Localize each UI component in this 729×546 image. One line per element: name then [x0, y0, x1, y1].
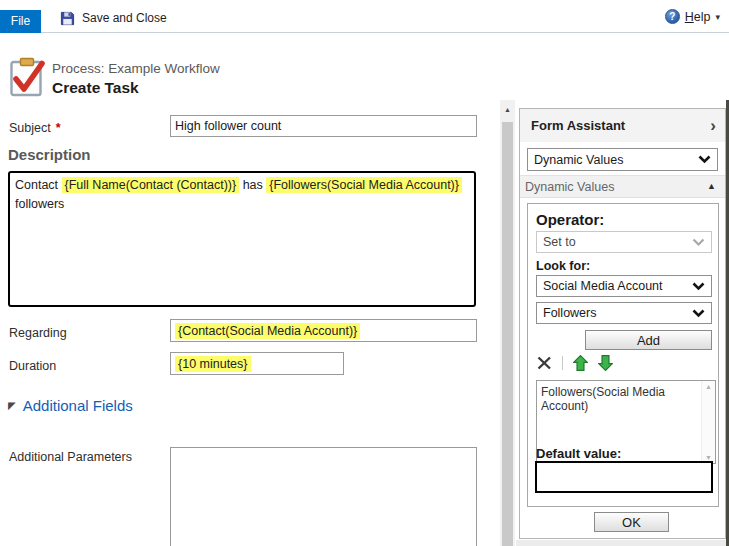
description-editor[interactable]: Contact {Full Name(Contact (Contact))} h… — [8, 171, 476, 307]
regarding-label: Regarding — [9, 326, 67, 340]
scroll-up-arrow-icon[interactable]: ▲ — [500, 102, 515, 118]
list-toolbar — [536, 354, 712, 372]
attribute-value: Followers — [543, 306, 597, 320]
move-down-arrow-icon[interactable] — [598, 355, 613, 371]
chevron-down-icon — [698, 155, 711, 164]
dynamic-values-group: Operator: Set to Look for: Social Media … — [527, 203, 719, 507]
required-marker: * — [56, 121, 61, 135]
ribbon-topbar: File Save and Close ? Help ▾ — [0, 0, 729, 33]
save-icon — [60, 11, 75, 26]
entity-value: Social Media Account — [543, 279, 663, 293]
help-icon: ? — [665, 9, 680, 24]
regarding-input[interactable]: {Contact(Social Media Account)} — [170, 319, 477, 342]
description-heading: Description — [8, 146, 91, 163]
dynamic-value-chip: {Full Name(Contact (Contact))} — [62, 177, 240, 193]
operator-select[interactable]: Set to — [536, 231, 712, 253]
scrollbar-thumb[interactable] — [502, 122, 513, 546]
panel-footer-strip — [516, 540, 726, 546]
operator-value: Set to — [543, 235, 576, 249]
subject-input[interactable] — [170, 115, 477, 137]
help-label: Help — [685, 10, 711, 24]
move-up-arrow-icon[interactable] — [573, 355, 588, 371]
additional-parameters-label: Additional Parameters — [9, 450, 132, 464]
additional-fields-label: Additional Fields — [23, 397, 133, 414]
description-text: Contact — [15, 178, 62, 192]
assistant-tool-value: Dynamic Values — [534, 153, 623, 167]
dynamic-value-chip: {Contact(Social Media Account)} — [175, 323, 360, 339]
dynamic-value-chip: {Followers(Social Media Account)} — [266, 177, 462, 193]
delete-x-icon[interactable] — [536, 356, 552, 370]
panel-collapse-chevron-icon[interactable]: › — [710, 116, 716, 136]
attribute-select[interactable]: Followers — [536, 302, 712, 324]
subject-label: Subject* — [9, 121, 61, 135]
process-label: Process: Example Workflow — [52, 61, 220, 76]
form-assistant-panel: Form Assistant › Dynamic Values Dynamic … — [519, 108, 726, 539]
toolbar-separator — [562, 356, 563, 370]
create-task-icon — [8, 57, 46, 98]
page-title: Create Task — [52, 79, 139, 97]
additional-fields-toggle[interactable]: ◤ Additional Fields — [8, 397, 133, 414]
additional-parameters-input[interactable] — [170, 447, 477, 546]
collapse-triangle-icon: ◤ — [8, 400, 16, 411]
form-assistant-header: Form Assistant › — [520, 109, 725, 142]
section-label: Dynamic Values — [525, 180, 614, 194]
look-for-label: Look for: — [536, 259, 590, 273]
description-text: has — [239, 178, 266, 192]
chevron-down-icon — [692, 238, 705, 247]
listbox-scroll-down-icon[interactable]: ▼ — [702, 454, 715, 461]
vertical-scrollbar[interactable]: ▲ — [500, 100, 515, 546]
entity-select[interactable]: Social Media Account — [536, 275, 712, 297]
listbox-scrollbar[interactable]: ▲ ▼ — [701, 381, 715, 463]
dynamic-values-section-header: Dynamic Values ▲ — [520, 175, 725, 198]
help-menu[interactable]: ? Help ▾ — [665, 9, 720, 24]
chevron-down-icon — [692, 282, 705, 291]
save-and-close-button[interactable]: Save and Close — [60, 9, 167, 27]
ok-button[interactable]: OK — [594, 512, 669, 532]
listbox-scroll-up-icon[interactable]: ▲ — [702, 383, 715, 390]
default-value-label: Default value: — [536, 446, 621, 461]
list-item[interactable]: Followers(Social Media Account) — [541, 385, 715, 413]
section-collapse-icon[interactable]: ▲ — [707, 181, 716, 191]
save-and-close-label: Save and Close — [82, 11, 167, 25]
dynamic-value-chip: {10 minutes} — [175, 356, 251, 372]
file-tab[interactable]: File — [0, 10, 41, 33]
help-caret-down-icon: ▾ — [715, 12, 720, 22]
duration-input[interactable]: {10 minutes} — [170, 352, 344, 375]
add-button[interactable]: Add — [585, 330, 712, 350]
duration-label: Duration — [9, 359, 56, 373]
assistant-tool-select[interactable]: Dynamic Values — [527, 148, 718, 171]
default-value-input[interactable] — [535, 461, 713, 493]
chevron-down-icon — [692, 309, 705, 318]
operator-label: Operator: — [536, 211, 604, 228]
form-assistant-title: Form Assistant — [531, 118, 625, 133]
